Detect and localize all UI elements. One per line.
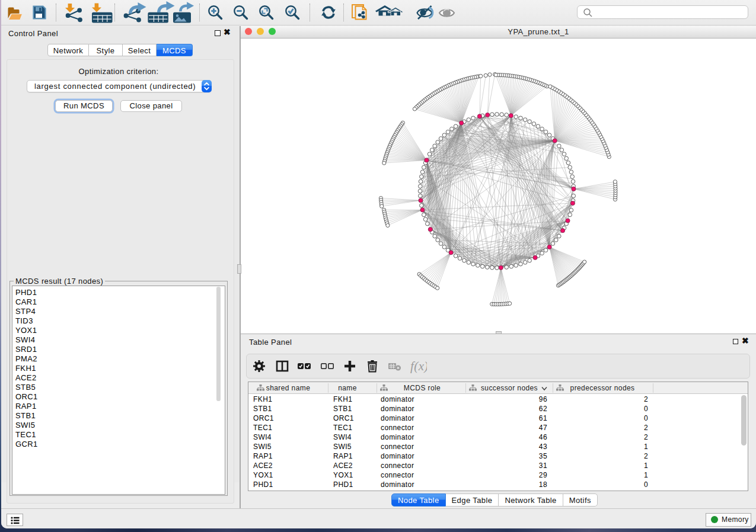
svg-text:f(x): f(x): [410, 359, 427, 373]
